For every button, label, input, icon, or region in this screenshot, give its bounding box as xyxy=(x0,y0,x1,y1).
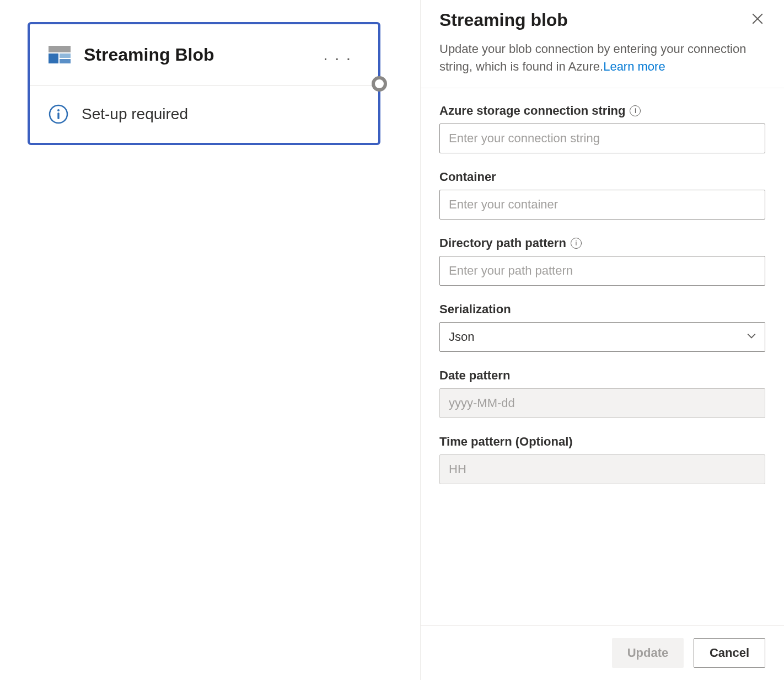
node-body: Set-up required xyxy=(30,85,378,143)
svg-rect-1 xyxy=(49,53,58,63)
panel-body: Azure storage connection string i Contai… xyxy=(421,88,784,625)
svg-rect-6 xyxy=(57,113,59,119)
cancel-button[interactable]: Cancel xyxy=(694,638,765,668)
streaming-blob-node[interactable]: Streaming Blob . . . Set-up required xyxy=(28,22,380,145)
connection-string-input[interactable] xyxy=(439,124,765,153)
node-status-text: Set-up required xyxy=(82,105,188,123)
panel-description-text: Update your blob connection by entering … xyxy=(439,42,746,73)
serialization-select[interactable]: Json xyxy=(439,322,765,352)
svg-rect-0 xyxy=(49,46,71,52)
workflow-canvas[interactable]: Streaming Blob . . . Set-up required xyxy=(0,0,420,680)
directory-pattern-label: Directory path pattern xyxy=(439,236,566,250)
config-panel: Streaming blob Update your blob connecti… xyxy=(420,0,784,680)
panel-description: Update your blob connection by entering … xyxy=(439,40,765,76)
info-icon[interactable]: i xyxy=(630,105,641,116)
date-pattern-label: Date pattern xyxy=(439,368,510,383)
svg-point-5 xyxy=(57,109,60,111)
field-connection-string: Azure storage connection string i xyxy=(439,104,765,153)
learn-more-link[interactable]: Learn more xyxy=(603,60,665,73)
blob-storage-icon xyxy=(49,44,71,66)
update-button: Update xyxy=(612,638,684,668)
close-icon[interactable] xyxy=(750,10,765,29)
panel-header: Streaming blob Update your blob connecti… xyxy=(421,0,784,88)
directory-pattern-input[interactable] xyxy=(439,256,765,286)
date-pattern-input xyxy=(439,388,765,418)
container-label: Container xyxy=(439,170,496,184)
container-input[interactable] xyxy=(439,190,765,219)
node-header: Streaming Blob . . . xyxy=(30,24,378,85)
panel-footer: Update Cancel xyxy=(421,625,784,680)
field-time-pattern: Time pattern (Optional) xyxy=(439,435,765,484)
svg-rect-3 xyxy=(60,59,71,63)
field-directory-pattern: Directory path pattern i xyxy=(439,236,765,286)
info-icon[interactable]: i xyxy=(571,238,582,249)
field-date-pattern: Date pattern xyxy=(439,368,765,418)
time-pattern-input xyxy=(439,454,765,484)
more-actions-button[interactable]: . . . xyxy=(319,43,356,66)
svg-rect-2 xyxy=(60,53,71,58)
time-pattern-label: Time pattern (Optional) xyxy=(439,435,573,449)
info-icon xyxy=(49,104,68,124)
panel-title: Streaming blob xyxy=(439,10,568,30)
serialization-label: Serialization xyxy=(439,302,511,317)
node-title: Streaming Blob xyxy=(84,45,319,65)
field-serialization: Serialization Json xyxy=(439,302,765,352)
connection-string-label: Azure storage connection string xyxy=(439,104,625,118)
field-container: Container xyxy=(439,170,765,219)
output-port[interactable] xyxy=(372,76,387,92)
